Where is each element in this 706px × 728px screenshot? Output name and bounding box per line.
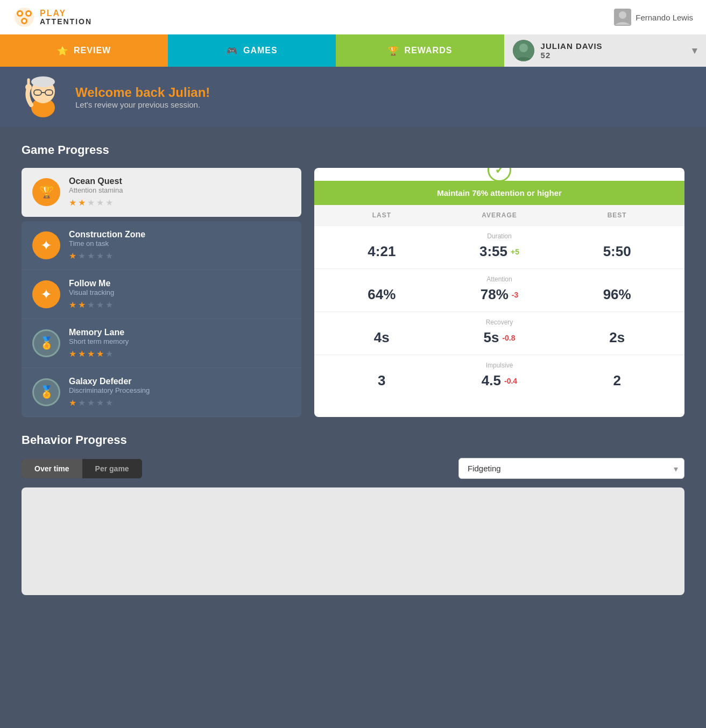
attention-average: 78% -3 [441,286,559,303]
star-5: ★ [105,197,113,208]
nav-games[interactable]: 🎮 GAMES [168,34,336,67]
profile-score: 52 [541,51,603,60]
stats-row-recovery: Recovery 4s 5s -0.8 2s [314,312,684,355]
recovery-last-value: 4s [374,329,390,345]
nav-rewards[interactable]: 🏆 REWARDS [336,34,504,67]
logo-text: PLAY ATTENTION [40,9,92,26]
nav-profile[interactable]: Julian Davis 52 ▾ [504,34,706,67]
star-2: ★ [78,349,86,359]
game-list: 🏆 Ocean Quest Attention stamina ★ ★ ★ ★ … [22,168,301,417]
duration-best: 5:50 [558,243,676,260]
rewards-icon: 🏆 [388,46,399,56]
galaxy-defeder-details: Galaxy Defeder Discriminatory Processing… [69,377,291,408]
impulsive-best: 2 [558,372,676,389]
behavior-chart [22,487,684,595]
attention-best: 96% [558,286,676,303]
svg-point-5 [27,12,30,15]
welcome-heading: Welcome back Julian! [75,85,210,100]
ocean-quest-stars: ★ ★ ★ ★ ★ [69,197,291,208]
follow-me-name: Follow Me [69,279,291,288]
impulsive-values: 3 4.5 -0.4 2 [314,369,684,398]
header-user-avatar [614,9,631,26]
star-3: ★ [87,197,95,208]
follow-me-stars: ★ ★ ★ ★ ★ [69,300,291,310]
behavior-controls: Over time Per game Fidgeting Impulsive R… [22,458,684,479]
star-4: ★ [96,197,104,208]
follow-me-details: Follow Me Visual tracking ★ ★ ★ ★ ★ [69,279,291,310]
attention-avg-value: 78% [481,286,509,303]
logo-attention-label: ATTENTION [40,18,92,26]
star-5: ★ [105,398,113,408]
duration-best-value: 5:50 [603,243,631,259]
stats-row-duration: Duration 4:21 3:55 +5 5:50 [314,225,684,268]
behavior-select-wrapper: Fidgeting Impulsive Recovery ▾ [458,458,684,479]
memory-lane-stars: ★ ★ ★ ★ ★ [69,349,291,359]
nav-review[interactable]: ⭐ REVIEW [0,34,168,67]
star-5: ★ [105,349,113,359]
stats-row-impulsive: Impulsive 3 4.5 -0.4 2 [314,355,684,398]
star-3: ★ [87,349,95,359]
main-content: Game Progress 🏆 Ocean Quest Attention st… [0,127,706,433]
attention-best-value: 96% [603,286,631,302]
star-1: ★ [69,300,76,310]
galaxy-defeder-icon: 🏅 [32,378,60,406]
recovery-best-value: 2s [609,329,625,345]
welcome-section: Welcome back Julian! Let's review your p… [0,67,706,127]
recovery-best: 2s [558,329,676,346]
game-item-follow-me[interactable]: ✦ Follow Me Visual tracking ★ ★ ★ ★ ★ [22,270,301,319]
construction-zone-details: Construction Zone Time on task ★ ★ ★ ★ ★ [69,230,291,261]
nav-bar: ⭐ REVIEW 🎮 GAMES 🏆 REWARDS Julian Davis … [0,34,706,67]
galaxy-defeder-stars: ★ ★ ★ ★ ★ [69,398,291,408]
construction-zone-icon: ✦ [32,231,60,259]
memory-lane-category: Short term memory [69,337,291,345]
profile-avatar [513,40,534,61]
profile-name: Julian Davis [541,41,603,51]
game-item-ocean-quest[interactable]: 🏆 Ocean Quest Attention stamina ★ ★ ★ ★ … [22,168,301,217]
stats-goal-text: Maintain 76% attention or higher [437,188,562,197]
ocean-quest-category: Attention stamina [69,186,291,194]
star-2: ★ [78,251,86,261]
impulsive-avg-delta: -0.4 [504,377,517,385]
col-header-last: LAST [323,211,441,219]
recovery-average: 5s -0.8 [441,329,559,346]
behavior-dropdown[interactable]: Fidgeting Impulsive Recovery [458,458,684,479]
recovery-label: Recovery [314,312,684,326]
attention-label: Attention [314,269,684,283]
toggle-over-time[interactable]: Over time [22,459,82,478]
ocean-quest-name: Ocean Quest [69,176,291,186]
profile-text: Julian Davis 52 [541,41,603,60]
behavior-progress-title: Behavior Progress [22,433,684,447]
game-item-construction-zone[interactable]: ✦ Construction Zone Time on task ★ ★ ★ ★… [22,221,301,270]
header-user-name: Fernando Lewis [636,13,693,22]
star-4: ★ [96,300,104,310]
duration-values: 4:21 3:55 +5 5:50 [314,240,684,268]
star-3: ★ [87,398,95,408]
game-item-galaxy-defeder[interactable]: 🏅 Galaxy Defeder Discriminatory Processi… [22,368,301,417]
star-5: ★ [105,300,113,310]
construction-zone-name: Construction Zone [69,230,291,239]
game-item-memory-lane[interactable]: 🏅 Memory Lane Short term memory ★ ★ ★ ★ … [22,319,301,368]
medal-icon-2: 🏅 [39,385,54,399]
stats-goal-banner: Maintain 76% attention or higher [314,181,684,205]
svg-point-6 [23,19,26,23]
duration-avg-value: 3:55 [479,243,507,260]
svg-point-10 [519,44,528,52]
impulsive-last: 3 [323,372,441,389]
star-3: ★ [87,251,95,261]
star-2: ★ [78,398,86,408]
stats-col-headers: LAST AVERAGE BEST [314,205,684,225]
col-header-average: AVERAGE [441,211,559,219]
game-progress-grid: 🏆 Ocean Quest Attention stamina ★ ★ ★ ★ … [22,168,684,417]
stats-panel: ✓ Maintain 76% attention or higher LAST … [314,168,684,417]
recovery-avg-delta: -0.8 [502,334,515,342]
impulsive-best-value: 2 [613,372,620,388]
trophy-icon: 🏆 [39,185,54,199]
behavior-section: Behavior Progress Over time Per game Fid… [0,433,706,611]
construction-zone-stars: ★ ★ ★ ★ ★ [69,251,291,261]
welcome-mascot [22,75,65,118]
logo-icon [13,6,36,29]
svg-point-13 [31,76,55,87]
svg-point-8 [619,11,626,19]
toggle-per-game[interactable]: Per game [82,459,142,478]
attention-values: 64% 78% -3 96% [314,283,684,312]
